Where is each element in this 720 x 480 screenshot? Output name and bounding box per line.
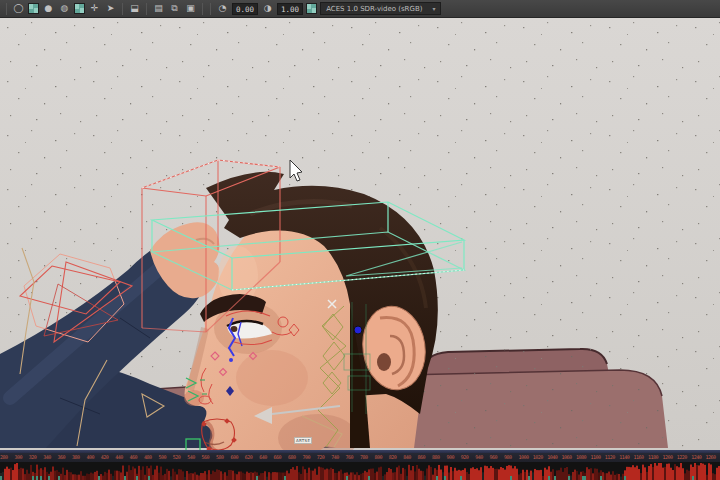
- frame-number: 820: [389, 454, 397, 461]
- color-managed-icon[interactable]: [306, 3, 317, 14]
- frame-number: 1120: [605, 454, 615, 461]
- frame-number: 920: [461, 454, 469, 461]
- frame-number: 360: [58, 454, 66, 461]
- frame-number: 400: [86, 454, 94, 461]
- gamma-icon[interactable]: ◑: [261, 2, 274, 15]
- frame-number: 1060: [562, 454, 572, 461]
- separator-4: [202, 3, 203, 15]
- frame-number: 960: [490, 454, 498, 461]
- frame-number: 1020: [533, 454, 543, 461]
- separator-3: [146, 3, 147, 15]
- toolbar-icon-strip: ◯●◍✛➤⬓▤⧉▣: [4, 2, 205, 15]
- frame-number: 580: [216, 454, 224, 461]
- frame-number: 420: [101, 454, 109, 461]
- shaded-sphere-icon[interactable]: ●: [42, 2, 55, 15]
- frame-number: 680: [288, 454, 296, 461]
- frame-number: 380: [72, 454, 80, 461]
- frame-number: 840: [403, 454, 411, 461]
- frame-number: 1180: [648, 454, 658, 461]
- viewport-canvas[interactable]: [0, 18, 720, 450]
- frame-number: 940: [475, 454, 483, 461]
- frame-number: 280: [0, 454, 8, 461]
- frame-number: 600: [230, 454, 238, 461]
- frame-number: 720: [317, 454, 325, 461]
- gamma-field[interactable]: 1.00: [277, 3, 303, 15]
- frame-number: 1220: [677, 454, 687, 461]
- region-render-icon[interactable]: [74, 3, 85, 14]
- remove-image-icon[interactable]: ▣: [184, 2, 197, 15]
- save-image-icon[interactable]: ▤: [152, 2, 165, 15]
- frame-number: 980: [504, 454, 512, 461]
- frame-number: 1260: [706, 454, 716, 461]
- frame-number: 1000: [518, 454, 528, 461]
- snapshot-icon[interactable]: ✛: [88, 2, 101, 15]
- copy-image-icon[interactable]: ⧉: [168, 2, 181, 15]
- frame-number: 520: [173, 454, 181, 461]
- play-render-icon[interactable]: ➤: [104, 2, 117, 15]
- ipr-render-icon[interactable]: [28, 3, 39, 14]
- frame-number: 440: [115, 454, 123, 461]
- frame-number: 1140: [619, 454, 629, 461]
- frame-number: 560: [202, 454, 210, 461]
- exposure-icon[interactable]: ◔: [216, 2, 229, 15]
- frame-number: 1200: [662, 454, 672, 461]
- frame-number: 1100: [590, 454, 600, 461]
- frame-number: 900: [446, 454, 454, 461]
- frame-number: 460: [130, 454, 138, 461]
- exposure-field[interactable]: 0.00: [232, 3, 258, 15]
- frame-number: 660: [274, 454, 282, 461]
- audio-waveform[interactable]: [0, 462, 720, 480]
- frame-number: 500: [158, 454, 166, 461]
- frame-tick-strip[interactable]: 2803003203403603804004204404604805005205…: [0, 453, 720, 462]
- time-slider: 2803003203403603804004204404604805005205…: [0, 450, 720, 480]
- colorspace-label: ACES 1.0 SDR-video (sRGB): [326, 3, 422, 15]
- frame-number: 340: [43, 454, 51, 461]
- separator-2: [122, 3, 123, 15]
- separator: [6, 3, 7, 15]
- frame-number: 1160: [634, 454, 644, 461]
- frame-number: 300: [14, 454, 22, 461]
- frame-number: 740: [331, 454, 339, 461]
- viewport-3d[interactable]: ARTSE: [0, 18, 720, 450]
- wireframe-sphere-icon[interactable]: ◍: [58, 2, 71, 15]
- frame-number: 1080: [576, 454, 586, 461]
- frame-number: 1240: [691, 454, 701, 461]
- colorspace-dropdown[interactable]: ACES 1.0 SDR-video (sRGB) ▾: [320, 2, 441, 15]
- frame-number: 320: [29, 454, 37, 461]
- frame-number: 540: [187, 454, 195, 461]
- frame-number: 880: [432, 454, 440, 461]
- frame-number: 760: [346, 454, 354, 461]
- frame-number: 800: [374, 454, 382, 461]
- toolbar-separator: [210, 3, 211, 15]
- keep-image-icon[interactable]: ⬓: [128, 2, 141, 15]
- frame-number: 860: [418, 454, 426, 461]
- frame-number: 780: [360, 454, 368, 461]
- frame-number: 1040: [547, 454, 557, 461]
- scene-tag-label: ARTSE: [294, 437, 312, 444]
- chevron-down-icon: ▾: [432, 3, 435, 15]
- frame-number: 620: [245, 454, 253, 461]
- frame-number: 480: [144, 454, 152, 461]
- render-icon[interactable]: ◯: [12, 2, 25, 15]
- frame-number: 640: [259, 454, 267, 461]
- frame-number: 700: [302, 454, 310, 461]
- render-view-toolbar: ◯●◍✛➤⬓▤⧉▣ ◔ 0.00 ◑ 1.00 ACES 1.0 SDR-vid…: [0, 0, 720, 18]
